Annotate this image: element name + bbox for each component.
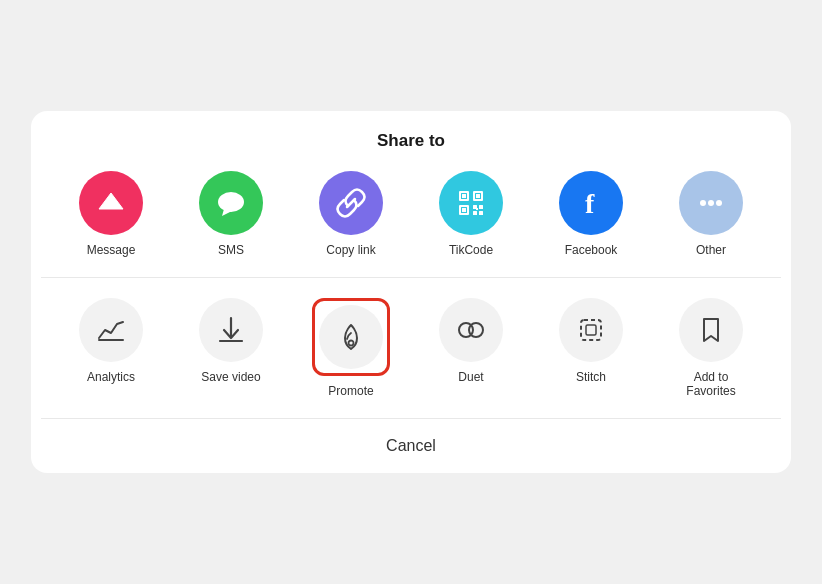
action-row: Analytics Save video — [41, 278, 781, 418]
action-item-duet[interactable]: Duet — [421, 298, 521, 384]
svg-rect-28 — [581, 320, 601, 340]
share-item-copy-link[interactable]: Copy link — [301, 171, 401, 257]
svg-marker-0 — [99, 193, 123, 209]
share-item-other[interactable]: Other — [661, 171, 761, 257]
duet-icon-circle — [439, 298, 503, 362]
action-item-promote[interactable]: Promote — [301, 298, 401, 398]
svg-point-19 — [700, 200, 706, 206]
copy-link-icon-circle — [319, 171, 383, 235]
action-label-duet: Duet — [458, 370, 483, 384]
tikcode-icon-circle — [439, 171, 503, 235]
share-label-tikcode: TikCode — [449, 243, 493, 257]
promote-highlight-border — [312, 298, 390, 376]
svg-point-21 — [716, 200, 722, 206]
svg-rect-29 — [586, 325, 596, 335]
share-item-facebook[interactable]: f Facebook — [541, 171, 641, 257]
cancel-button[interactable]: Cancel — [41, 418, 781, 473]
share-item-sms[interactable]: SMS — [181, 171, 281, 257]
share-item-message[interactable]: Message — [61, 171, 161, 257]
stitch-icon-circle — [559, 298, 623, 362]
svg-line-3 — [347, 199, 355, 207]
share-modal: Share to Message SMS — [31, 111, 791, 473]
action-label-stitch: Stitch — [576, 370, 606, 384]
promote-icon-circle — [319, 305, 383, 369]
facebook-icon-circle: f — [559, 171, 623, 235]
add-favorites-icon-circle — [679, 298, 743, 362]
svg-rect-6 — [462, 194, 466, 198]
svg-rect-12 — [462, 208, 466, 212]
action-label-analytics: Analytics — [87, 370, 135, 384]
share-label-sms: SMS — [218, 243, 244, 257]
action-item-add-favorites[interactable]: Add to Favorites — [661, 298, 761, 398]
share-row: Message SMS Copy link — [41, 171, 781, 277]
sms-icon-circle — [199, 171, 263, 235]
analytics-icon-circle — [79, 298, 143, 362]
share-label-other: Other — [696, 243, 726, 257]
action-item-stitch[interactable]: Stitch — [541, 298, 641, 384]
svg-rect-14 — [479, 205, 483, 209]
share-label-copy-link: Copy link — [326, 243, 375, 257]
svg-rect-17 — [476, 208, 478, 210]
action-label-promote: Promote — [328, 384, 373, 398]
svg-point-27 — [469, 323, 483, 337]
action-item-save-video[interactable]: Save video — [181, 298, 281, 384]
modal-title: Share to — [41, 131, 781, 151]
share-label-facebook: Facebook — [565, 243, 618, 257]
svg-rect-15 — [473, 211, 477, 215]
svg-text:f: f — [585, 188, 595, 219]
svg-point-25 — [349, 341, 354, 346]
svg-rect-16 — [479, 211, 483, 215]
action-label-add-favorites: Add to Favorites — [686, 370, 735, 398]
svg-point-20 — [708, 200, 714, 206]
cancel-label: Cancel — [386, 437, 436, 454]
message-icon-circle — [79, 171, 143, 235]
share-label-message: Message — [87, 243, 136, 257]
share-item-tikcode[interactable]: TikCode — [421, 171, 521, 257]
svg-point-1 — [218, 192, 244, 212]
svg-rect-9 — [476, 194, 480, 198]
save-video-icon-circle — [199, 298, 263, 362]
action-label-save-video: Save video — [201, 370, 260, 384]
action-item-analytics[interactable]: Analytics — [61, 298, 161, 384]
other-icon-circle — [679, 171, 743, 235]
